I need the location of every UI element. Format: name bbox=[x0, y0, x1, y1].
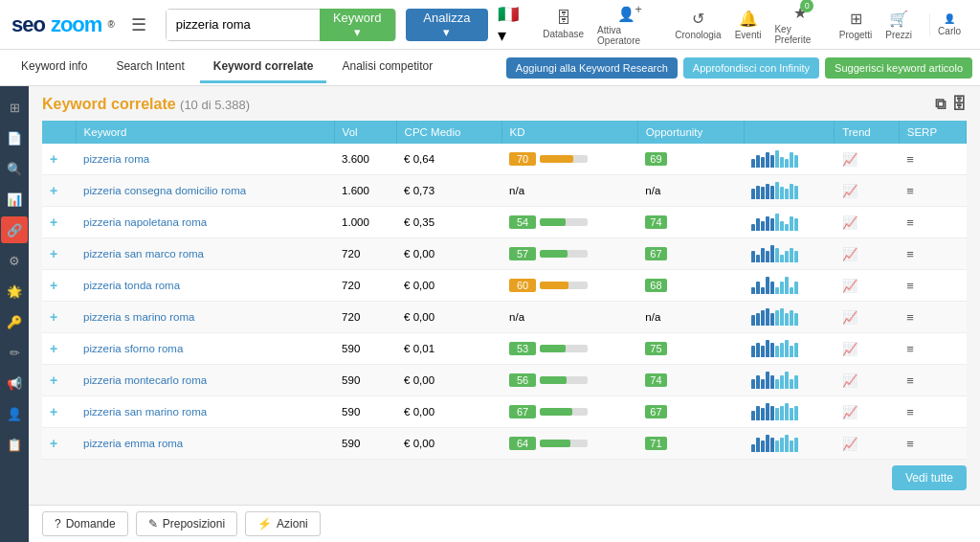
trend-icon[interactable]: 📈 bbox=[842, 373, 858, 388]
serp-icon[interactable]: ≡ bbox=[906, 405, 914, 419]
serp-icon[interactable]: ≡ bbox=[906, 437, 914, 451]
trend-icon[interactable]: 📈 bbox=[842, 152, 858, 167]
trend-cell[interactable]: 📈 bbox=[835, 365, 900, 396]
serp-icon[interactable]: ≡ bbox=[906, 310, 914, 325]
add-keyword-btn[interactable]: + bbox=[50, 278, 57, 293]
progetti-nav-item[interactable]: ⊞ Progetti bbox=[839, 10, 872, 40]
hamburger-icon[interactable]: ☰ bbox=[131, 14, 146, 35]
cronologia-nav-item[interactable]: ↺ Cronologia bbox=[675, 10, 721, 40]
trend-cell[interactable]: 📈 bbox=[835, 207, 900, 238]
trend-icon[interactable]: 📈 bbox=[842, 184, 858, 198]
serp-cell[interactable]: ≡ bbox=[899, 207, 966, 238]
trend-icon[interactable]: 📈 bbox=[842, 279, 858, 293]
col-cpc[interactable]: CPC Medio bbox=[396, 121, 501, 144]
col-vol[interactable]: Vol bbox=[334, 121, 396, 144]
trend-icon[interactable]: 📈 bbox=[842, 310, 858, 325]
sidebar-icon-link[interactable]: 🔗 bbox=[1, 216, 28, 243]
serp-icon[interactable]: ≡ bbox=[906, 279, 914, 293]
serp-cell[interactable]: ≡ bbox=[899, 365, 966, 396]
serp-icon[interactable]: ≡ bbox=[906, 373, 914, 388]
sidebar-icon-list[interactable]: 📋 bbox=[1, 431, 28, 458]
tab-azioni[interactable]: ⚡ Azioni bbox=[245, 511, 321, 536]
trend-cell[interactable]: 📈 bbox=[835, 396, 900, 428]
attiva-operatore-icon: 👤+ bbox=[617, 3, 642, 23]
col-opportunity[interactable]: Opportunity bbox=[637, 121, 744, 144]
serp-icon[interactable]: ≡ bbox=[906, 215, 914, 230]
add-keyword-btn[interactable]: + bbox=[50, 246, 57, 261]
add-keyword-btn[interactable]: + bbox=[50, 183, 57, 198]
user-area[interactable]: 👤 Carlo bbox=[929, 13, 969, 36]
col-keyword[interactable]: Keyword bbox=[76, 121, 334, 144]
sidebar-icon-star[interactable]: 🌟 bbox=[1, 278, 28, 305]
serp-cell[interactable]: ≡ bbox=[899, 302, 966, 333]
search-input[interactable] bbox=[167, 10, 320, 40]
serp-cell[interactable]: ≡ bbox=[899, 428, 966, 460]
attiva-operatore-nav-item[interactable]: 👤+ Attiva Operatore bbox=[597, 3, 661, 46]
col-trend[interactable]: Trend bbox=[835, 121, 900, 144]
col-kd[interactable]: KD bbox=[501, 121, 637, 144]
sidebar-icon-doc[interactable]: 📄 bbox=[1, 124, 28, 151]
tab-analisi-competitor[interactable]: Analisi competitor bbox=[328, 52, 446, 83]
tab-domande[interactable]: ? Domande bbox=[42, 511, 128, 536]
tab-keyword-correlate[interactable]: Keyword correlate bbox=[200, 52, 327, 83]
trend-cell[interactable]: 📈 bbox=[835, 238, 900, 270]
col-serp[interactable]: SERP bbox=[899, 121, 966, 144]
analizza-button[interactable]: Analizza ▾ bbox=[406, 9, 488, 41]
vedi-tutte-button[interactable]: Vedi tutte bbox=[892, 465, 967, 490]
tab-preposizioni[interactable]: ✎ Preposizioni bbox=[136, 511, 237, 536]
azioni-label: Azioni bbox=[277, 517, 308, 531]
add-keyword-btn[interactable]: + bbox=[50, 436, 57, 451]
opportunity-cell: 67 bbox=[637, 238, 744, 270]
copy-icon[interactable]: ⧉ bbox=[935, 96, 946, 113]
trend-icon[interactable]: 📈 bbox=[842, 437, 858, 451]
suggerisci-keyword-button[interactable]: Suggerisci keyword articolo bbox=[825, 57, 972, 79]
sidebar-icon-gear[interactable]: ⚙ bbox=[1, 247, 28, 274]
sidebar-icon-chart[interactable]: 📊 bbox=[1, 186, 28, 213]
sidebar-icon-key[interactable]: 🔑 bbox=[1, 308, 28, 335]
eventi-icon: 🔔 bbox=[739, 10, 758, 28]
tab-keyword-info[interactable]: Keyword info bbox=[8, 52, 100, 83]
serp-cell[interactable]: ≡ bbox=[899, 270, 966, 302]
keyword-button[interactable]: Keyword ▾ bbox=[320, 9, 395, 41]
trend-cell[interactable]: 📈 bbox=[835, 270, 900, 302]
sidebar-icon-search[interactable]: 🔍 bbox=[1, 155, 28, 182]
serp-icon[interactable]: ≡ bbox=[906, 342, 914, 356]
add-keyword-btn[interactable]: + bbox=[50, 151, 57, 167]
trend-cell[interactable]: 📈 bbox=[835, 175, 900, 207]
add-keyword-btn[interactable]: + bbox=[50, 215, 57, 230]
trend-cell[interactable]: 📈 bbox=[835, 333, 900, 365]
trend-icon[interactable]: 📈 bbox=[842, 342, 858, 356]
sidebar-icon-edit[interactable]: ✏ bbox=[1, 339, 28, 366]
serp-cell[interactable]: ≡ bbox=[899, 238, 966, 270]
trend-icon[interactable]: 📈 bbox=[842, 247, 858, 261]
trend-cell[interactable]: 📈 bbox=[835, 144, 900, 175]
approfondisci-button[interactable]: Approfondisci con Infinity bbox=[683, 57, 819, 79]
trend-icon[interactable]: 📈 bbox=[842, 405, 858, 419]
aggiungi-keyword-button[interactable]: Aggiungi alla Keyword Research bbox=[506, 57, 678, 79]
key-preferite-nav-item[interactable]: ★ 0 Key Preferite bbox=[774, 4, 825, 45]
trend-cell[interactable]: 📈 bbox=[835, 302, 900, 333]
tab-search-intent[interactable]: Search Intent bbox=[102, 52, 197, 83]
add-keyword-btn[interactable]: + bbox=[50, 309, 57, 325]
sidebar-icon-grid[interactable]: ⊞ bbox=[1, 94, 28, 121]
add-keyword-btn[interactable]: + bbox=[50, 373, 57, 388]
serp-cell[interactable]: ≡ bbox=[899, 144, 966, 175]
flag-icon[interactable]: 🇮🇹 ▾ bbox=[498, 4, 529, 46]
database-nav-item[interactable]: 🗄 Database bbox=[543, 10, 584, 39]
serp-cell[interactable]: ≡ bbox=[899, 396, 966, 428]
trend-cell[interactable]: 📈 bbox=[835, 428, 900, 460]
serp-cell[interactable]: ≡ bbox=[899, 333, 966, 365]
serp-icon[interactable]: ≡ bbox=[906, 152, 914, 167]
sidebar-icon-megaphone[interactable]: 📢 bbox=[1, 370, 28, 396]
opportunity-cell: 71 bbox=[637, 428, 744, 460]
add-keyword-btn[interactable]: + bbox=[50, 404, 57, 419]
sidebar-icon-user[interactable]: 👤 bbox=[1, 400, 28, 427]
database-table-icon[interactable]: 🗄 bbox=[951, 96, 967, 113]
serp-icon[interactable]: ≡ bbox=[906, 184, 914, 198]
eventi-nav-item[interactable]: 🔔 Eventi bbox=[735, 10, 762, 40]
trend-icon[interactable]: 📈 bbox=[842, 215, 858, 230]
add-keyword-btn[interactable]: + bbox=[50, 341, 57, 356]
prezzi-nav-item[interactable]: 🛒 Prezzi bbox=[885, 10, 912, 40]
serp-icon[interactable]: ≡ bbox=[906, 247, 914, 261]
serp-cell[interactable]: ≡ bbox=[899, 175, 966, 207]
